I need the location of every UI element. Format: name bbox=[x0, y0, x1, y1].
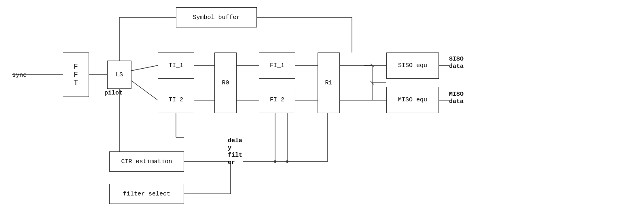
r0-label: R0 bbox=[222, 80, 229, 86]
cir-estimation-label: CIR estimation bbox=[121, 158, 172, 165]
fi1-label: FI_1 bbox=[270, 62, 284, 69]
miso-data-label: MISOdata bbox=[449, 91, 464, 105]
sync-label: sync bbox=[12, 72, 27, 79]
diagram: F F T LS TI_1 TI_2 R0 FI_1 FI_2 R1 SISO … bbox=[0, 0, 644, 210]
svg-line-2 bbox=[131, 65, 158, 71]
siso-data-label: SISOdata bbox=[449, 56, 464, 70]
siso-equ-block: SISO equ bbox=[386, 52, 439, 79]
symbol-buffer-block: Symbol buffer bbox=[176, 7, 257, 27]
ti2-label: TI_2 bbox=[169, 97, 183, 103]
filter-select-label: filter select bbox=[123, 191, 170, 197]
fi2-label: FI_2 bbox=[270, 97, 284, 103]
ls-block: LS bbox=[107, 61, 131, 89]
fi2-block: FI_2 bbox=[259, 87, 295, 113]
ls-label: LS bbox=[116, 71, 123, 78]
r1-label: R1 bbox=[325, 80, 332, 86]
ti2-block: TI_2 bbox=[158, 87, 194, 113]
filter-select-block: filter select bbox=[109, 184, 184, 204]
siso-equ-label: SISO equ bbox=[398, 62, 427, 69]
svg-point-31 bbox=[286, 160, 288, 163]
fft-label: F F T bbox=[74, 63, 78, 87]
fi1-block: FI_1 bbox=[259, 52, 295, 79]
fft-block: F F T bbox=[63, 52, 89, 97]
delay-filter-label: delayfilter bbox=[228, 137, 242, 166]
pilot-label: pilot bbox=[104, 90, 123, 97]
ti1-block: TI_1 bbox=[158, 52, 194, 79]
symbol-buffer-label: Symbol buffer bbox=[193, 14, 240, 21]
svg-point-30 bbox=[274, 160, 276, 163]
r0-block: R0 bbox=[214, 52, 237, 113]
miso-equ-block: MISO equ bbox=[386, 87, 439, 113]
svg-line-3 bbox=[131, 81, 158, 100]
r1-block: R1 bbox=[318, 52, 340, 113]
ti1-label: TI_1 bbox=[169, 62, 183, 69]
miso-equ-label: MISO equ bbox=[398, 97, 427, 103]
cir-estimation-block: CIR estimation bbox=[109, 151, 184, 172]
